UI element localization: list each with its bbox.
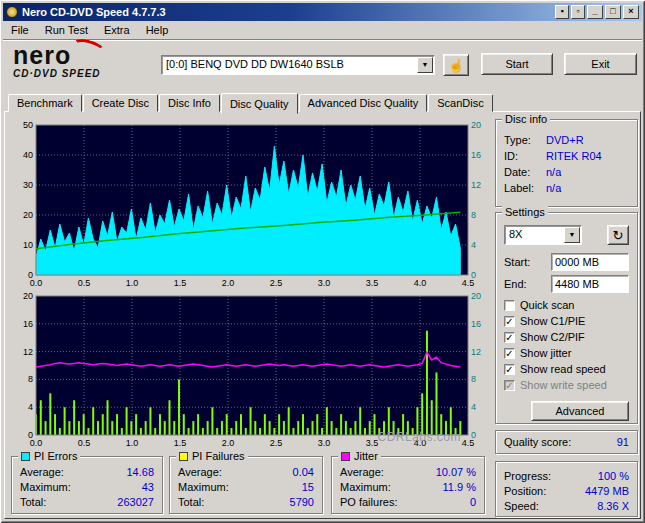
end-mb-input[interactable] <box>551 275 629 293</box>
titlebar-extra-icon-1[interactable]: ▪ <box>555 5 569 19</box>
stat-label: Average: <box>178 465 222 480</box>
stat-row: Maximum:11.9 % <box>332 480 484 495</box>
checkbox-show-write-speed[interactable]: ✓Show write speed <box>504 379 629 391</box>
svg-text:1.5: 1.5 <box>174 438 187 448</box>
speed-row: 8X ▼ ↻ <box>504 225 629 245</box>
menu-help[interactable]: Help <box>138 22 177 38</box>
stat-value: 43 <box>142 480 154 495</box>
chevron-down-icon[interactable]: ▼ <box>417 57 433 73</box>
stat-row: Average:10.07 % <box>332 465 484 480</box>
svg-text:12: 12 <box>23 347 33 357</box>
jitter-swatch-icon <box>341 452 350 461</box>
checkbox-show-c1-pie[interactable]: ✓Show C1/PIE <box>504 315 629 327</box>
chevron-down-icon[interactable]: ▼ <box>564 227 580 243</box>
checkbox-label: Show C2/PIF <box>520 331 585 343</box>
disc-info-row: ID:RITEK R04 <box>496 148 637 164</box>
svg-text:8: 8 <box>471 374 476 384</box>
svg-text:1.0: 1.0 <box>126 438 139 448</box>
tab-strip: Benchmark Create Disc Disc Info Disc Qua… <box>8 92 494 112</box>
tab-create-disc[interactable]: Create Disc <box>83 94 158 112</box>
end-row: End: <box>504 275 629 293</box>
checkbox-show-read-speed[interactable]: ✓Show read speed <box>504 363 629 375</box>
stat-label: Maximum: <box>340 480 391 495</box>
checkbox-label: Quick scan <box>520 299 574 311</box>
disc-date-value: n/a <box>546 164 561 180</box>
tab-advanced-disc-quality[interactable]: Advanced Disc Quality <box>299 94 428 112</box>
settings-panel: Settings 8X ▼ ↻ Start: End: Quick scan ✓… <box>495 212 638 424</box>
svg-text:20: 20 <box>23 291 33 301</box>
svg-text:16: 16 <box>23 319 33 329</box>
drive-selector[interactable]: [0:0] BENQ DVD DD DW1640 BSLB ▼ <box>161 55 435 75</box>
svg-text:2.0: 2.0 <box>222 278 235 288</box>
scan-speed-selector[interactable]: 8X ▼ <box>504 225 582 245</box>
minimize-button[interactable]: _ <box>587 5 603 19</box>
menu-extra[interactable]: Extra <box>96 22 138 38</box>
start-row: Start: <box>504 253 629 271</box>
titlebar-extra-icon-2[interactable]: ▫ <box>571 5 585 19</box>
checkbox-quick-scan[interactable]: Quick scan <box>504 299 629 311</box>
disc-info-row: Type:DVD+R <box>496 132 637 148</box>
stat-row: Average:14.68 <box>12 465 162 480</box>
stat-value: 0.04 <box>293 465 314 480</box>
svg-text:2.5: 2.5 <box>270 438 283 448</box>
pi-failures-jitter-chart: 0481216200481216200.00.51.01.52.02.53.03… <box>9 291 491 448</box>
disc-label-value: n/a <box>546 180 561 196</box>
checkbox-icon <box>504 300 515 311</box>
svg-text:3.0: 3.0 <box>318 438 331 448</box>
tab-benchmark[interactable]: Benchmark <box>8 94 82 112</box>
svg-text:20: 20 <box>471 291 481 301</box>
svg-text:3.5: 3.5 <box>366 278 379 288</box>
stat-row: Maximum:43 <box>12 480 162 495</box>
nero-logo: nero CD·DVD SPEED <box>13 42 163 79</box>
menu-file[interactable]: File <box>3 22 37 38</box>
svg-text:4.0: 4.0 <box>414 278 427 288</box>
position-value: 4479 MB <box>585 484 629 499</box>
stat-row: Total:263027 <box>12 495 162 510</box>
start-button[interactable]: Start <box>481 53 553 75</box>
svg-text:30: 30 <box>23 180 33 190</box>
svg-text:8: 8 <box>471 210 476 220</box>
checkbox-icon: ✓ <box>504 364 515 375</box>
svg-text:4: 4 <box>471 402 476 412</box>
checkbox-show-jitter[interactable]: ✓Show jitter <box>504 347 629 359</box>
svg-text:10: 10 <box>23 240 33 250</box>
close-button[interactable]: × <box>623 5 639 19</box>
stat-label: Average: <box>20 465 64 480</box>
menu-run-test[interactable]: Run Test <box>37 22 96 38</box>
hand-pointer-button[interactable]: ☝ <box>443 54 469 76</box>
pi-failures-title: PI Failures <box>192 449 245 463</box>
checkbox-icon: ✓ <box>504 380 515 391</box>
stat-label: Total: <box>178 495 204 510</box>
checkbox-show-c2-pif[interactable]: ✓Show C2/PIF <box>504 331 629 343</box>
maximize-button[interactable]: □ <box>605 5 621 19</box>
disc-info-label: Label: <box>504 180 546 196</box>
exit-button[interactable]: Exit <box>564 53 637 75</box>
advanced-button[interactable]: Advanced <box>531 401 629 421</box>
svg-text:4: 4 <box>28 402 33 412</box>
app-window: Nero CD-DVD Speed 4.7.7.3 ▪ ▫ _ □ × File… <box>0 0 645 523</box>
start-mb-input[interactable] <box>551 253 629 271</box>
tab-disc-quality[interactable]: Disc Quality <box>221 93 298 114</box>
pi-errors-swatch-icon <box>21 452 30 461</box>
stat-value: 263027 <box>117 495 154 510</box>
checkbox-label: Show C1/PIE <box>520 315 585 327</box>
hand-pointer-icon: ☝ <box>448 58 464 73</box>
titlebar: Nero CD-DVD Speed 4.7.7.3 ▪ ▫ _ □ × <box>3 3 642 21</box>
pi-failures-swatch-icon <box>179 452 188 461</box>
svg-text:0.0: 0.0 <box>30 278 43 288</box>
progress-panel: Progress:100 % Position:4479 MB Speed:8.… <box>495 461 638 517</box>
refresh-button[interactable]: ↻ <box>607 225 629 245</box>
svg-text:3.0: 3.0 <box>318 278 331 288</box>
pi-errors-stats-panel: PI Errors Average:14.68 Maximum:43 Total… <box>11 456 163 514</box>
progress-row: Progress:100 % <box>504 469 629 484</box>
svg-text:50: 50 <box>23 120 33 130</box>
quality-score-label: Quality score: <box>504 436 571 448</box>
pi-failures-chart-panel: 0481216200481216200.00.51.01.52.02.53.03… <box>9 291 491 448</box>
svg-text:8: 8 <box>28 374 33 384</box>
stat-row: PO failures:0 <box>332 495 484 510</box>
tab-disc-info[interactable]: Disc Info <box>159 94 220 112</box>
tab-scandisc[interactable]: ScanDisc <box>428 94 492 112</box>
quality-score-panel: Quality score: 91 <box>495 430 638 454</box>
disc-info-row: Date:n/a <box>496 164 637 180</box>
svg-text:0.0: 0.0 <box>30 438 43 448</box>
